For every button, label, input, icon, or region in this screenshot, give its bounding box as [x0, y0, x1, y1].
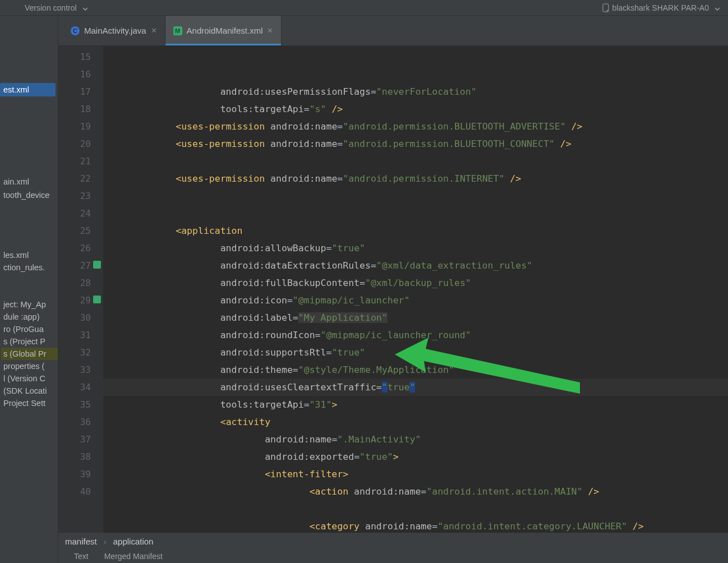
editor-tabs: CMainActivity.java✕MAndroidManifest.xml✕: [58, 16, 728, 46]
code-line[interactable]: <action android:name="android.intent.act…: [103, 483, 728, 500]
gutter-line[interactable]: 35: [58, 396, 103, 413]
gutter-line[interactable]: 25: [58, 222, 103, 239]
code-line[interactable]: <uses-permission android:name="android.p…: [103, 170, 728, 187]
gutter-line[interactable]: 32: [58, 344, 103, 361]
sidebar-item[interactable]: ction_rules.: [1, 261, 58, 274]
gutter-line[interactable]: 39: [58, 465, 103, 483]
gutter-line[interactable]: 16: [58, 66, 103, 83]
gutter-line[interactable]: 20: [58, 135, 103, 153]
tab-label: AndroidManifest.xml: [187, 26, 263, 35]
gutter-line[interactable]: 17: [58, 83, 103, 100]
code-line[interactable]: android:icon="@mipmap/ic_launcher": [103, 292, 728, 309]
code-line[interactable]: <activity: [103, 413, 728, 431]
gutter-line[interactable]: 23: [58, 187, 103, 205]
view-tab-text[interactable]: Text: [74, 552, 89, 561]
code-line[interactable]: <application: [103, 222, 728, 239]
breadcrumb-item[interactable]: application: [113, 537, 154, 546]
gutter-line[interactable]: 38: [58, 448, 103, 465]
sidebar-item[interactable]: l (Version C: [1, 372, 58, 385]
chevron-down-icon: [82, 3, 88, 12]
sidebar-item[interactable]: (SDK Locati: [1, 385, 58, 397]
gutter-line[interactable]: 27: [58, 257, 103, 274]
code-line[interactable]: tools:targetApi="31">: [103, 396, 728, 413]
device-selector[interactable]: blackshark SHARK PAR-A0: [599, 2, 724, 13]
sidebar-item[interactable]: [1, 286, 58, 298]
device-label: blackshark SHARK PAR-A0: [612, 3, 709, 12]
sidebar-file[interactable]: tooth_device: [0, 188, 58, 202]
tab-label: MainActivity.java: [84, 26, 146, 35]
code-line[interactable]: android:fullBackupContent="@xml/backup_r…: [103, 274, 728, 292]
close-icon[interactable]: ✕: [151, 26, 157, 35]
editor-gutter[interactable]: 1516171819202122232425262728293031323334…: [58, 46, 103, 533]
code-line[interactable]: android:allowBackup="true": [103, 239, 728, 257]
chevron-right-icon: ›: [104, 537, 107, 546]
gutter-line[interactable]: 19: [58, 118, 103, 135]
editor-view-tabs: Text Merged Manifest: [58, 550, 728, 563]
code-line[interactable]: <intent-filter>: [103, 465, 728, 483]
toolbar: Version control blackshark SHARK PAR-A0: [0, 0, 728, 16]
code-line[interactable]: android:label="My Application": [103, 309, 728, 326]
code-line[interactable]: [103, 500, 728, 518]
breadcrumb-bar: manifest › application: [58, 533, 728, 550]
sidebar-item[interactable]: s (Project P: [1, 335, 58, 348]
code-line[interactable]: android:usesCleartextTraffic="true": [103, 379, 728, 396]
gutter-line[interactable]: 40: [58, 483, 103, 500]
sidebar-item[interactable]: ject: My_Ap: [1, 298, 58, 311]
android-icon: [93, 261, 101, 269]
code-line[interactable]: <uses-permission android:name="android.p…: [103, 118, 728, 135]
android-icon: [93, 296, 101, 303]
sidebar-item[interactable]: les.xml: [1, 249, 58, 261]
gutter-line[interactable]: 33: [58, 361, 103, 379]
phone-icon: [602, 3, 609, 12]
svg-point-1: [606, 10, 608, 11]
editor: 1516171819202122232425262728293031323334…: [58, 46, 728, 533]
sidebar-item[interactable]: [1, 274, 58, 286]
gutter-line[interactable]: 36: [58, 413, 103, 431]
gutter-line[interactable]: 31: [58, 326, 103, 344]
sidebar-file-selected[interactable]: est.xml: [0, 83, 56, 96]
code-line[interactable]: android:roundIcon="@mipmap/ic_launcher_r…: [103, 326, 728, 344]
gutter-line[interactable]: 15: [58, 48, 103, 66]
sidebar-item[interactable]: ro (ProGua: [1, 323, 58, 335]
sidebar-item[interactable]: Project Sett: [1, 397, 58, 409]
chevron-down-icon: [715, 3, 720, 12]
gutter-line[interactable]: 29: [58, 292, 103, 309]
code-line[interactable]: tools:targetApi="s" />: [103, 100, 728, 118]
java-class-icon: C: [71, 26, 80, 35]
gutter-line[interactable]: 30: [58, 309, 103, 326]
editor-tab[interactable]: CMainActivity.java✕: [63, 16, 165, 45]
manifest-icon: M: [173, 26, 182, 35]
editor-tab[interactable]: MAndroidManifest.xml✕: [165, 16, 282, 45]
code-line[interactable]: [103, 205, 728, 222]
version-control-menu[interactable]: Version control: [25, 3, 77, 12]
gutter-line[interactable]: 18: [58, 100, 103, 118]
gutter-line[interactable]: 37: [58, 431, 103, 448]
gutter-line[interactable]: 24: [58, 205, 103, 222]
sidebar-item[interactable]: s (Global Pr: [1, 348, 58, 360]
code-line[interactable]: android:dataExtractionRules="@xml/data_e…: [103, 257, 728, 274]
project-sidebar[interactable]: est.xml ain.xml tooth_device les.xmlctio…: [0, 16, 58, 563]
gutter-line[interactable]: 21: [58, 153, 103, 170]
gutter-line[interactable]: 22: [58, 170, 103, 187]
sidebar-file[interactable]: ain.xml: [0, 175, 58, 188]
sidebar-item[interactable]: properties (: [1, 360, 58, 372]
breadcrumb-item[interactable]: manifest: [65, 537, 97, 546]
view-tab-merged[interactable]: Merged Manifest: [104, 552, 163, 561]
code-line[interactable]: <uses-permission android:name="android.p…: [103, 135, 728, 153]
sidebar-lower: les.xmlction_rules. ject: My_Apdule :app…: [0, 249, 58, 409]
gutter-line[interactable]: 28: [58, 274, 103, 292]
sidebar-item[interactable]: dule :app): [1, 311, 58, 323]
gutter-line[interactable]: 26: [58, 239, 103, 257]
code-line[interactable]: [103, 153, 728, 170]
gutter-line[interactable]: 34: [58, 379, 103, 396]
code-line[interactable]: android:exported="true">: [103, 448, 728, 465]
close-icon[interactable]: ✕: [267, 26, 273, 35]
code-line[interactable]: [103, 187, 728, 205]
code-line[interactable]: android:theme="@style/Theme.MyApplicatio…: [103, 361, 728, 379]
code-line[interactable]: android:supportsRtl="true": [103, 344, 728, 361]
code-line[interactable]: android:name=".MainActivity": [103, 431, 728, 448]
code-line[interactable]: android:usesPermissionFlags="neverForLoc…: [103, 83, 728, 100]
editor-code[interactable]: android:usesPermissionFlags="neverForLoc…: [103, 46, 728, 533]
